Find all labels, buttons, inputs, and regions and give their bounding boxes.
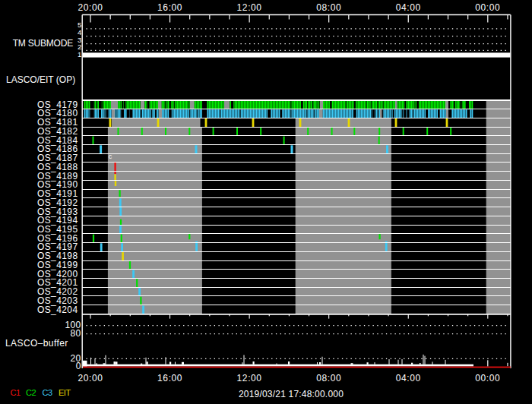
svg-text:20:00: 20:00 [78, 2, 103, 13]
svg-text:C2: C2 [26, 388, 36, 397]
svg-text:1: 1 [78, 50, 81, 58]
svg-text:04:00: 04:00 [396, 373, 421, 383]
svg-text:80: 80 [71, 328, 81, 339]
svg-text:TM SUBMODE: TM SUBMODE [13, 38, 74, 49]
svg-text:C3: C3 [43, 388, 52, 397]
svg-text:08:00: 08:00 [316, 373, 341, 383]
svg-text:00:00: 00:00 [475, 2, 500, 13]
svg-text:16:00: 16:00 [157, 373, 182, 383]
svg-text:2019/03/21 17:48:00.000: 2019/03/21 17:48:00.000 [239, 389, 344, 399]
svg-text:12:00: 12:00 [237, 2, 262, 13]
svg-text:LASCO–buffer: LASCO–buffer [5, 338, 68, 349]
svg-text:12:00: 12:00 [237, 373, 262, 383]
svg-text:04:00: 04:00 [396, 2, 421, 13]
svg-text:OS_4204: OS_4204 [37, 305, 78, 315]
svg-text:00:00: 00:00 [475, 373, 500, 383]
svg-text:C1: C1 [11, 388, 21, 397]
svg-text:LASCO/EIT (OP): LASCO/EIT (OP) [6, 74, 75, 85]
svg-text:08:00: 08:00 [316, 2, 341, 13]
svg-text:20:00: 20:00 [78, 373, 103, 383]
svg-text:16:00: 16:00 [157, 2, 182, 13]
svg-text:EIT: EIT [59, 388, 71, 397]
svg-text:0: 0 [76, 361, 81, 371]
